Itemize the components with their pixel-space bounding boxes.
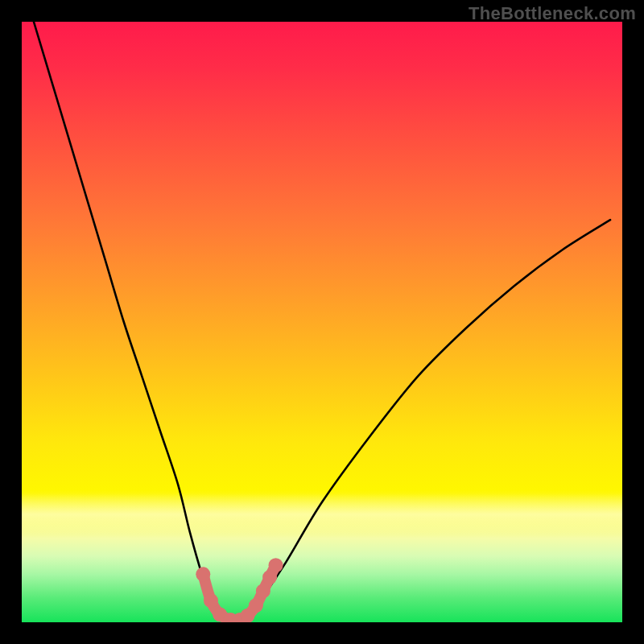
- watermark-label: TheBottleneck.com: [469, 3, 636, 24]
- chart-frame: TheBottleneck.com: [0, 0, 644, 644]
- trough-marker: [269, 558, 283, 572]
- curve-layer: [22, 22, 622, 622]
- trough-marker: [249, 598, 263, 613]
- bottleneck-curve: [34, 22, 610, 620]
- trough-marker: [196, 567, 210, 581]
- trough-marker: [256, 584, 270, 598]
- plot-area: [22, 22, 622, 622]
- trough-marker: [204, 593, 218, 608]
